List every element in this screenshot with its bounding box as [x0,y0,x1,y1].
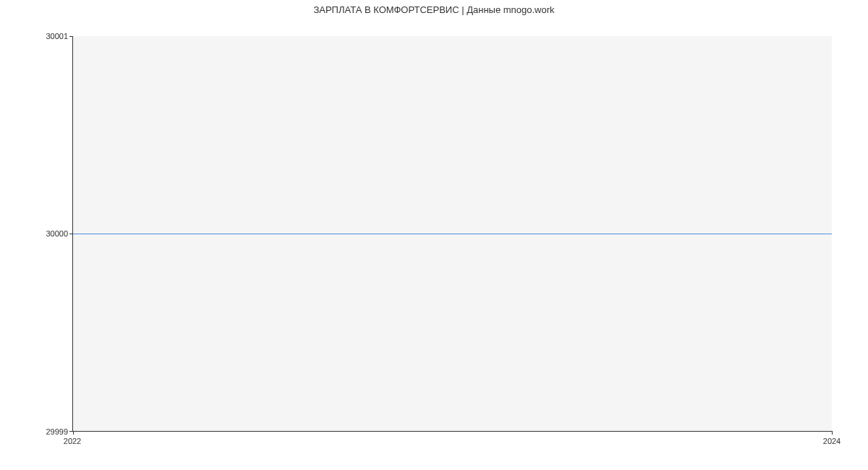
data-line [73,234,832,234]
y-axis-label: 30000 [46,229,68,238]
y-axis-label: 29999 [46,427,68,436]
plot-area [72,36,832,432]
y-tick [69,36,73,37]
y-axis-label: 30001 [46,32,68,40]
x-tick [73,431,74,435]
x-axis-label: 2024 [823,437,841,445]
chart-title: ЗАРПЛАТА В КОМФОРТСЕРВИС | Данные mnogo.… [0,4,868,15]
x-axis-label: 2022 [64,437,81,445]
x-tick [832,431,833,435]
